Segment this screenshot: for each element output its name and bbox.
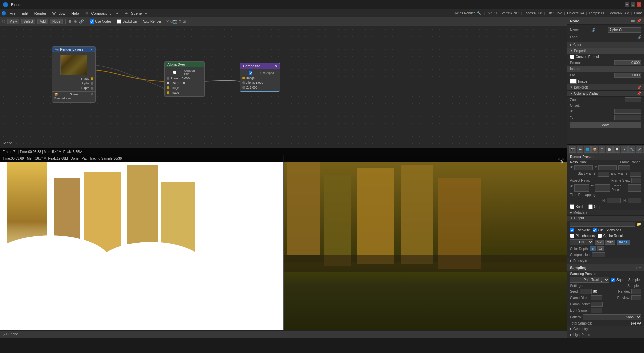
maximize-button[interactable]: □: [631, 2, 635, 7]
freestyle-section[interactable]: ▶ Freestyle: [567, 258, 644, 264]
render-icon-scene[interactable]: 🏔: [577, 146, 583, 153]
color-alpha-section[interactable]: ▼ Color and Alpha 📌: [567, 91, 644, 97]
move-button[interactable]: Move: [570, 122, 641, 128]
backdrop-check[interactable]: Backdrop: [117, 19, 137, 24]
menu-edit[interactable]: Edit: [19, 11, 31, 16]
clamp-indirect-input[interactable]: 0.00: [591, 302, 603, 307]
node-panel-pin[interactable]: 📌: [637, 19, 641, 23]
square-samples-checkbox[interactable]: [611, 278, 615, 282]
folder-icon[interactable]: 📁: [637, 222, 641, 226]
output-section-header[interactable]: ▼ Output: [567, 216, 644, 221]
alpha-over-node[interactable]: Alpha Over Convert Pre... Premul: 0.000: [164, 61, 205, 97]
seed-input[interactable]: 0: [580, 289, 592, 294]
placeholders-checkbox[interactable]: [570, 234, 574, 238]
presets-remove[interactable]: −: [639, 155, 641, 159]
sampling-add[interactable]: +: [636, 266, 638, 270]
rgb-btn[interactable]: RGB: [605, 240, 616, 245]
res-x-input[interactable]: 1920 px: [574, 165, 593, 170]
render-icon-world[interactable]: 🌐: [584, 146, 591, 153]
asp-x-input[interactable]: 1.000: [574, 184, 589, 192]
light-sample-input[interactable]: 0.01: [591, 308, 602, 313]
node-inputs-section[interactable]: Inputs:: [567, 66, 644, 72]
clamp-direct-input[interactable]: 0.00: [591, 295, 602, 300]
cd-16-btn[interactable]: 16: [597, 246, 604, 251]
start-frame-input[interactable]: 1: [598, 172, 609, 177]
toolbar-icon-img[interactable]: 🖼: [182, 19, 186, 24]
toolbar-icon-seq[interactable]: ⋮: [187, 19, 191, 24]
overwrite-checkbox[interactable]: [570, 228, 574, 232]
render-icon-texture[interactable]: 🔲: [613, 146, 620, 153]
output-path-input[interactable]: /tmp\: [570, 222, 635, 227]
sampling-remove[interactable]: −: [639, 266, 641, 270]
zoom-input[interactable]: 1.00: [625, 97, 641, 102]
metadata-section[interactable]: ▶ Metadata: [567, 210, 644, 216]
menu-scene[interactable]: Scene: [128, 11, 144, 16]
fac-prop-input[interactable]: [614, 73, 641, 78]
node-add-btn[interactable]: Add: [37, 19, 48, 24]
node-view-btn[interactable]: View: [7, 19, 19, 24]
cache-checkbox[interactable]: [598, 234, 602, 238]
toolbar-icon-x[interactable]: ✕: [166, 19, 169, 24]
convert-premul-prop-check[interactable]: [570, 55, 574, 59]
seed-icon[interactable]: 🎲: [593, 290, 597, 293]
name-input[interactable]: [608, 27, 641, 33]
render-icon-constraints[interactable]: 🔗: [636, 146, 642, 153]
frame-rate-input[interactable]: 24 fps: [628, 184, 641, 192]
time-old-input[interactable]: 100: [607, 198, 621, 203]
asp-y-input[interactable]: 1.000: [595, 184, 610, 192]
node-node-btn[interactable]: Node: [50, 19, 63, 24]
premul-prop-input[interactable]: [614, 60, 641, 65]
use-nodes-check[interactable]: Use Nodes: [90, 19, 111, 24]
render-icon-object[interactable]: 📦: [591, 146, 598, 153]
crop-checkbox[interactable]: [588, 204, 593, 209]
use-alpha-checkbox[interactable]: [242, 71, 259, 75]
cd-8-btn[interactable]: 8: [590, 246, 596, 251]
convert-premul-checkbox[interactable]: [167, 71, 183, 74]
composite-settings[interactable]: ⚙: [274, 65, 277, 68]
time-new-input[interactable]: 100: [628, 198, 641, 203]
use-nodes-checkbox[interactable]: [90, 19, 94, 24]
res-percent-input[interactable]: 25%: [618, 165, 630, 170]
format-select[interactable]: PNG: [570, 239, 593, 245]
frame-step-input[interactable]: 1: [631, 178, 641, 183]
menu-render[interactable]: Render: [32, 11, 49, 16]
titlebar-controls[interactable]: ─ □ ✕: [625, 2, 641, 7]
geometry-section[interactable]: ▶ Geometry: [567, 326, 644, 332]
render-layers-node[interactable]: 📷 Render Layers ● Image Alpha: [52, 46, 96, 103]
scene-x[interactable]: ✕: [91, 93, 93, 96]
preview-input[interactable]: 6: [631, 295, 641, 300]
render-icon-particle[interactable]: ✦: [621, 146, 628, 153]
x-input[interactable]: 0.000: [614, 109, 641, 114]
render-icon-material[interactable]: ⬤: [606, 146, 613, 153]
border-checkbox[interactable]: [570, 204, 574, 209]
render-samples-input[interactable]: 12: [631, 289, 641, 294]
render-layers-close[interactable]: ●: [91, 48, 93, 51]
toolbar-icon-gear[interactable]: ⚙: [178, 19, 182, 24]
close-button[interactable]: ✕: [637, 2, 641, 7]
light-paths-section[interactable]: ▶ Light Paths: [567, 332, 644, 338]
bw-btn[interactable]: BW: [595, 240, 604, 245]
end-frame-input[interactable]: 250: [630, 172, 641, 177]
backdrop-section[interactable]: ▼ Backdrop 📌: [567, 84, 644, 91]
menu-help[interactable]: Help: [69, 11, 82, 16]
composite-node[interactable]: Composite ⚙ Use Alpha Image: [240, 63, 280, 92]
render-icon-physics[interactable]: 🔧: [628, 146, 635, 153]
compression-input[interactable]: 15%: [592, 252, 605, 257]
path-tracing-select[interactable]: Path Tracing: [570, 277, 609, 283]
y-input[interactable]: 0.000: [614, 115, 641, 120]
render-icon-camera[interactable]: 📷: [569, 146, 576, 153]
toolbar-icon-cam[interactable]: 📷: [173, 19, 178, 24]
file-ext-checkbox[interactable]: [593, 228, 597, 232]
toolbar-icon-tri[interactable]: ◁: [170, 19, 172, 24]
menu-file[interactable]: File: [7, 11, 18, 16]
node-properties-section[interactable]: ▼ Properties: [567, 48, 644, 54]
menu-window[interactable]: Window: [50, 11, 68, 16]
minimize-button[interactable]: ─: [625, 2, 629, 7]
rgba-btn[interactable]: RGBA: [617, 240, 630, 245]
node-color-section[interactable]: ▶ Color: [567, 42, 644, 48]
menu-compositing[interactable]: Compositing: [89, 11, 114, 16]
presets-add[interactable]: +: [636, 155, 638, 159]
auto-render-check[interactable]: Auto Render: [143, 20, 161, 23]
res-y-input[interactable]: 1080 px: [598, 165, 617, 170]
pattern-select[interactable]: Sobol: [583, 314, 641, 320]
